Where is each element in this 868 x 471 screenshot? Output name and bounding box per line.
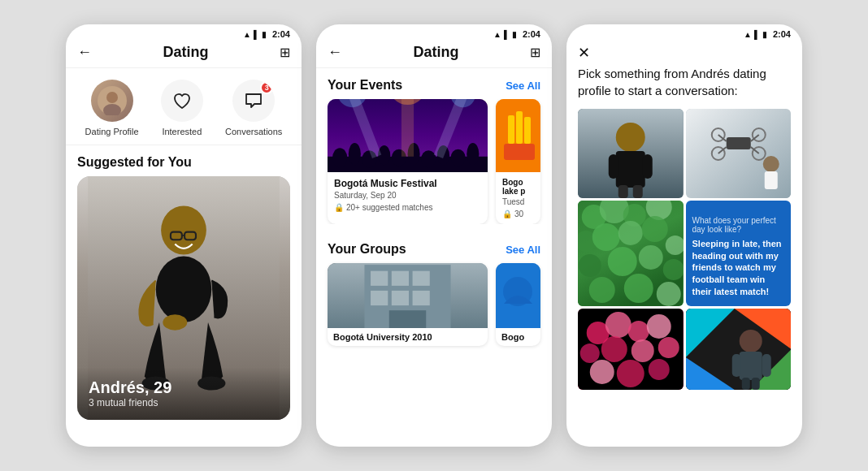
svg-point-9: [163, 314, 187, 330]
svg-rect-41: [392, 291, 409, 305]
conversation-prompt: Pick something from Andrés dating profil…: [566, 62, 802, 109]
svg-point-89: [631, 339, 654, 362]
svg-point-81: [657, 282, 681, 306]
wifi-icon-2: ▲: [493, 30, 501, 39]
svg-rect-31: [508, 115, 514, 144]
svg-point-17: [332, 148, 347, 167]
phone-screen-3: ▲ ▌ ▮ 2:04 ✕ Pick something from Andrés …: [566, 24, 802, 447]
svg-point-79: [589, 277, 615, 303]
status-icons-3: ▲ ▌ ▮ 2:04: [744, 29, 791, 39]
photo-cell-3[interactable]: [578, 201, 684, 306]
close-row: ✕: [566, 41, 802, 62]
svg-rect-101: [731, 354, 740, 377]
svg-rect-102: [762, 354, 770, 377]
svg-point-18: [349, 143, 361, 165]
settings-button-1[interactable]: ⊞: [280, 45, 290, 60]
svg-point-92: [617, 360, 644, 387]
events-row: Bogotá Music Festival Saturday, Sep 20 🔒…: [316, 99, 552, 224]
svg-point-73: [642, 216, 668, 242]
wifi-icon: ▲: [243, 30, 251, 39]
event-img-1: [328, 99, 488, 172]
suggested-section-title: Suggested for You: [66, 145, 302, 176]
svg-rect-38: [392, 271, 409, 286]
group-name-2: Bogo: [501, 332, 535, 342]
svg-point-26: [467, 143, 479, 165]
battery-icon: ▮: [262, 30, 267, 39]
svg-point-80: [624, 274, 653, 303]
phone-screen-2: ▲ ▌ ▮ 2:04 ← Dating ⊞ Your Events See Al…: [316, 24, 552, 447]
photo3-svg: [578, 201, 684, 306]
battery-icon-2: ▮: [512, 30, 517, 39]
app-header-2: ← Dating ⊞: [316, 41, 552, 68]
group-details-1: Bogotá University 2010: [328, 328, 488, 346]
photo-cell-5[interactable]: [578, 309, 684, 390]
conversations-icon: 3: [232, 80, 275, 122]
wifi-icon-3: ▲: [744, 30, 752, 39]
svg-rect-51: [618, 185, 628, 198]
svg-rect-54: [726, 137, 750, 149]
photo2-svg: [686, 109, 792, 198]
groups-see-all[interactable]: See All: [506, 244, 540, 256]
event-name-2: Bogo lake p: [502, 178, 534, 196]
groups-title: Your Groups: [328, 242, 406, 257]
events-see-all[interactable]: See All: [506, 80, 540, 92]
event-card-1[interactable]: Bogotá Music Festival Saturday, Sep 20 🔒…: [328, 99, 488, 224]
svg-point-99: [739, 330, 762, 352]
svg-rect-64: [764, 171, 777, 189]
svg-rect-33: [524, 117, 531, 144]
profile-photo-svg: [98, 86, 127, 115]
svg-point-25: [451, 149, 466, 166]
signal-icon-2: ▌: [504, 30, 510, 39]
app-title-2: Dating: [414, 44, 459, 61]
svg-point-47: [616, 123, 645, 152]
time-display: 2:04: [272, 29, 290, 39]
conversations-badge: 3: [260, 81, 273, 94]
svg-rect-43: [389, 310, 426, 328]
group-name-1: Bogotá University 2010: [333, 332, 482, 342]
photo-cell-1[interactable]: [578, 109, 684, 198]
photo-cell-2[interactable]: [686, 109, 792, 198]
conversations-label: Conversations: [225, 127, 282, 136]
group2-svg: [496, 263, 540, 328]
svg-rect-50: [643, 154, 653, 179]
svg-rect-32: [516, 111, 523, 144]
status-icons-2: ▲ ▌ ▮ 2:04: [493, 29, 540, 39]
group-card-2[interactable]: Bogo: [496, 263, 540, 346]
status-bar-3: ▲ ▌ ▮ 2:04: [566, 24, 802, 41]
chat-icon: [243, 90, 264, 111]
close-button[interactable]: ✕: [566, 41, 601, 64]
events-section-header: Your Events See All: [316, 68, 552, 99]
group-card-1[interactable]: Bogotá University 2010: [328, 263, 488, 346]
back-button-1[interactable]: ←: [77, 44, 92, 61]
suggested-card[interactable]: Andrés, 29 3 mutual friends: [77, 176, 290, 420]
status-bar-1: ▲ ▌ ▮ 2:04: [66, 24, 302, 41]
photo-cell-6[interactable]: [686, 309, 792, 390]
dating-profile-label: Dating Profile: [85, 127, 139, 136]
event-name-1: Bogotá Music Festival: [334, 178, 481, 189]
card-person-name: Andrés, 29: [89, 378, 279, 397]
prompt-answer: Sleeping in late, then heading out with …: [692, 238, 785, 298]
svg-rect-40: [371, 291, 388, 305]
svg-point-90: [658, 337, 679, 358]
back-button-2[interactable]: ←: [328, 44, 342, 61]
photo-cell-prompt[interactable]: What does your perfect day look like? Sl…: [686, 201, 792, 306]
building-svg: [328, 263, 488, 328]
interested-icon: [161, 80, 203, 122]
svg-point-75: [579, 254, 601, 277]
interested-action[interactable]: Interested: [161, 80, 203, 136]
event-card-2[interactable]: Bogo lake p Tuesd 🔒 30: [496, 99, 540, 224]
event-matches-1: 🔒 20+ suggested matches: [334, 203, 481, 212]
svg-point-71: [592, 223, 620, 251]
svg-point-8: [156, 257, 212, 322]
dating-profile-action[interactable]: Dating Profile: [85, 80, 139, 136]
card-info: Andrés, 29 3 mutual friends: [77, 367, 290, 420]
prompt-question: What does your perfect day look like?: [692, 216, 785, 234]
conversations-action[interactable]: 3 Conversations: [225, 80, 282, 136]
group-details-2: Bogo: [496, 328, 540, 346]
svg-rect-104: [751, 378, 759, 390]
settings-button-2[interactable]: ⊞: [530, 45, 540, 60]
heart-icon: [171, 90, 193, 111]
svg-point-93: [649, 359, 670, 380]
lock-icon-2: 🔒: [502, 210, 512, 218]
group-img-2: [496, 263, 540, 328]
